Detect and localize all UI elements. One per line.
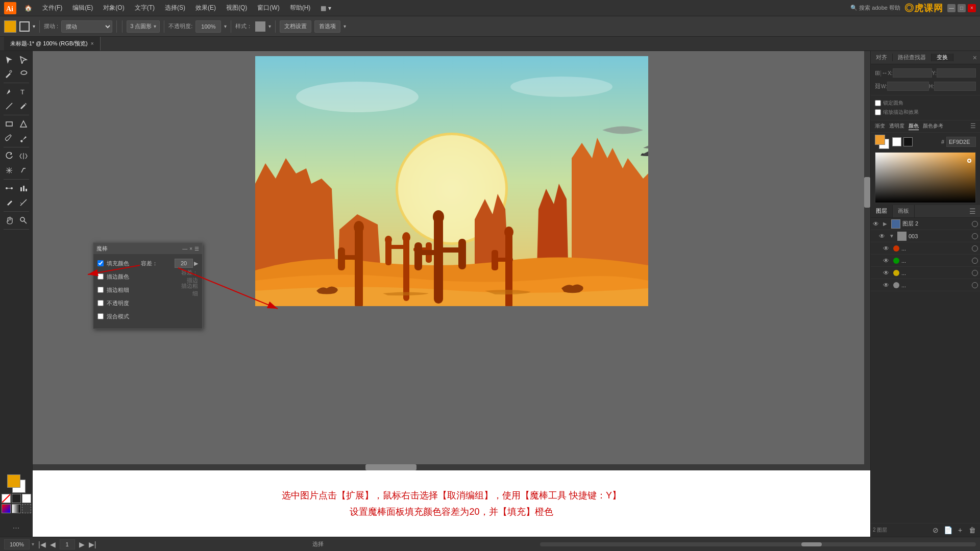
layer-row-5[interactable]: 👁 ...	[871, 279, 980, 291]
layer-row-3[interactable]: 👁 ...	[871, 255, 980, 267]
right-panel-close-btn[interactable]: ×	[970, 54, 980, 62]
fill-color-swatch[interactable]	[4, 20, 16, 33]
black-swatch[interactable]	[12, 494, 21, 503]
magic-wand-menu-btn[interactable]: ☰	[194, 246, 199, 252]
shape-tool[interactable]	[17, 117, 30, 131]
transform-w-input[interactable]	[887, 82, 929, 91]
maximize-button[interactable]: □	[958, 4, 966, 12]
hand-tool[interactable]	[3, 214, 16, 227]
transform-link-icon[interactable]: ⛓	[875, 83, 881, 90]
menu-effect[interactable]: 效果(E)	[191, 3, 220, 13]
doc-settings-button[interactable]: 文档设置	[280, 20, 311, 33]
reflect-tool[interactable]	[17, 149, 30, 163]
shear-tool[interactable]	[17, 164, 30, 177]
zoom-dropdown[interactable]: ▾	[32, 541, 34, 547]
stroke-width-checkbox[interactable]	[97, 287, 104, 293]
layers-tab-layers[interactable]: 图层	[871, 205, 893, 217]
white-swatch[interactable]	[22, 494, 31, 503]
layer-1-eye[interactable]: 👁	[879, 233, 887, 240]
menu-edit[interactable]: 编辑(E)	[68, 3, 97, 13]
stroke-color-checkbox[interactable]	[97, 273, 104, 280]
measure-tool[interactable]	[17, 196, 30, 209]
hue-tab[interactable]: 渐变	[875, 122, 885, 130]
layer-4-eye[interactable]: 👁	[883, 269, 891, 277]
direct-select-tool[interactable]	[17, 53, 30, 66]
menu-search[interactable]: 🔍 搜索 adobe 帮助	[850, 4, 900, 12]
line-tool[interactable]	[3, 99, 16, 113]
layer-row-4[interactable]: 👁 ...	[871, 267, 980, 279]
none-mode-btn[interactable]	[22, 504, 31, 513]
new-sublayer-btn[interactable]: 📄	[942, 524, 953, 536]
eyedropper-tool[interactable]	[3, 196, 16, 209]
fill-swatch-color[interactable]	[875, 135, 885, 145]
canvas-area[interactable]: 魔棒 — × ☰ 填充颜色 容差： ▶	[33, 51, 870, 537]
color-panel-menu[interactable]: ☰	[970, 122, 976, 130]
layer-4-target[interactable]	[972, 270, 978, 276]
layer-5-target[interactable]	[972, 282, 978, 288]
hex-input[interactable]	[946, 137, 976, 147]
layer-row-2[interactable]: 👁 ...	[871, 242, 980, 255]
layer-1-expand[interactable]: ▼	[889, 233, 895, 239]
menu-panel-toggle[interactable]: ▦ ▾	[316, 4, 335, 13]
status-scrollbar[interactable]	[540, 542, 976, 546]
magic-wand-tool[interactable]	[3, 67, 16, 81]
paint-brush-tool[interactable]	[17, 132, 30, 145]
page-input[interactable]	[60, 539, 75, 549]
layer-3-eye[interactable]: 👁	[883, 257, 891, 264]
pencil-tool[interactable]	[17, 99, 30, 113]
menu-window[interactable]: 窗口(W)	[253, 3, 283, 13]
black-swatch-btn[interactable]	[903, 137, 913, 146]
layer-0-eye[interactable]: 👁	[873, 220, 881, 228]
layer-0-target[interactable]	[972, 221, 978, 227]
menu-home[interactable]: 🏠	[20, 4, 36, 13]
menu-view[interactable]: 视图(Q)	[222, 3, 251, 13]
none-swatch[interactable]	[2, 494, 11, 503]
stroke-color-swatch[interactable]	[19, 21, 30, 32]
color-ref-tab[interactable]: 颜色参考	[923, 122, 943, 130]
pen-tool[interactable]	[3, 85, 16, 98]
transform-tab[interactable]: 变换	[932, 54, 953, 61]
gradient-mode-btn[interactable]	[12, 504, 21, 513]
rect-tool[interactable]	[3, 117, 16, 131]
page-first-btn[interactable]: |◀	[38, 540, 46, 548]
transparency-tab[interactable]: 透明度	[889, 122, 904, 130]
page-last-btn[interactable]: ▶|	[89, 540, 96, 548]
opacity-input[interactable]	[195, 20, 221, 33]
layer-1-target[interactable]	[972, 233, 978, 239]
transform-x-input[interactable]	[893, 68, 932, 78]
vertical-scrollbar[interactable]	[864, 51, 870, 470]
select-tool[interactable]	[3, 53, 16, 66]
fill-color-checkbox[interactable]	[97, 260, 104, 266]
layer-0-expand[interactable]: ▶	[883, 221, 889, 227]
transform-h-input[interactable]	[934, 82, 976, 91]
layer-2-target[interactable]	[972, 245, 978, 252]
menu-file[interactable]: 文件(F)	[38, 3, 66, 13]
white-swatch-btn[interactable]	[892, 137, 901, 146]
bar-chart-tool[interactable]	[17, 182, 30, 195]
align-tab[interactable]: 对齐	[871, 54, 893, 61]
delete-layer-btn[interactable]: 🗑	[967, 524, 978, 536]
magic-wand-minimize-btn[interactable]: —	[182, 246, 187, 252]
lasso-tool[interactable]	[17, 67, 30, 81]
opacity-row-checkbox[interactable]	[97, 300, 104, 306]
layer-3-target[interactable]	[972, 258, 978, 264]
layer-2-eye[interactable]: 👁	[883, 245, 891, 252]
menu-object[interactable]: 对象(O)	[99, 3, 128, 13]
menu-help[interactable]: 帮助(H)	[286, 3, 315, 13]
layer-row-0[interactable]: 👁 ▶ 图层 2	[871, 218, 980, 230]
scale-tool[interactable]	[3, 164, 16, 177]
make-clipping-btn[interactable]: ⊘	[930, 524, 941, 536]
doc-tab-close[interactable]: ×	[91, 41, 94, 46]
scale-stroke-cb[interactable]	[875, 109, 881, 115]
page-next-btn[interactable]: ▶	[79, 540, 85, 548]
more-tools-btn[interactable]: ···	[6, 521, 27, 535]
fill-tolerance-input[interactable]	[175, 259, 193, 268]
point-type-selector[interactable]: 3 点圆形 ▾	[127, 20, 160, 33]
toolbar-move-select[interactable]: 摆动	[61, 20, 112, 33]
new-layer-btn[interactable]: +	[954, 524, 966, 536]
style-swatch[interactable]	[255, 21, 265, 32]
transform-y-input[interactable]	[937, 68, 976, 78]
constrain-corners-cb[interactable]	[875, 100, 881, 106]
color-saturation-picker[interactable]	[875, 152, 976, 203]
menu-text[interactable]: 文字(T)	[131, 3, 159, 13]
